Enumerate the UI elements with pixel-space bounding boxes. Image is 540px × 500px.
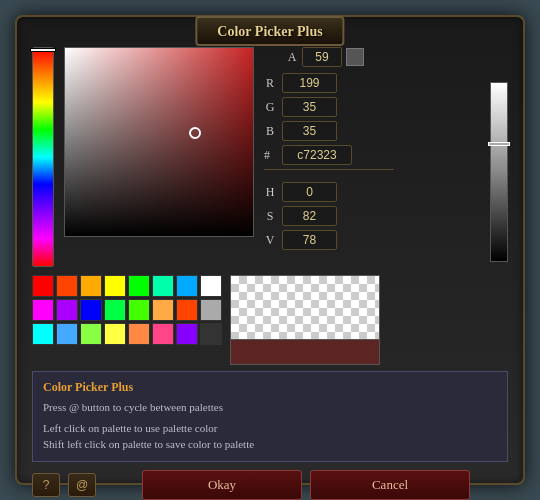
color-square-thumb	[189, 127, 201, 139]
at-button[interactable]: @	[68, 473, 96, 497]
alpha-slider[interactable]	[490, 82, 508, 262]
palette-cell-10[interactable]	[80, 299, 102, 321]
palette-cell-1[interactable]	[56, 275, 78, 297]
h-input[interactable]	[282, 182, 337, 202]
tooltip-line4: Shift left click on palette to save colo…	[43, 436, 497, 453]
g-field-row: G	[264, 97, 394, 117]
title-bar: Color Picker Plus	[195, 16, 344, 46]
s-label: S	[264, 209, 276, 224]
bottom-section	[32, 275, 508, 365]
tooltip-line3: Left click on palette to use palette col…	[43, 420, 497, 437]
hue-slider-container	[32, 47, 54, 267]
palette-cell-9[interactable]	[56, 299, 78, 321]
v-input[interactable]	[282, 230, 337, 250]
g-label: G	[264, 100, 276, 115]
alpha-slider-container	[490, 82, 508, 262]
okay-button[interactable]: Okay	[142, 470, 302, 500]
palette-cell-17[interactable]	[56, 323, 78, 345]
tooltip-box: Color Picker Plus Press @ button to cycl…	[32, 371, 508, 462]
tooltip-line1: Press @ button to cycle between palettes	[43, 399, 497, 416]
palette-cell-16[interactable]	[32, 323, 54, 345]
preview-container	[230, 275, 380, 365]
alpha-slider-thumb	[488, 142, 510, 146]
palette-cell-11[interactable]	[104, 299, 126, 321]
v-label: V	[264, 233, 276, 248]
palette-cell-0[interactable]	[32, 275, 54, 297]
palette-cell-7[interactable]	[200, 275, 222, 297]
palette-grid	[32, 275, 222, 345]
palette-container	[32, 275, 222, 365]
bottom-bar: ? @ Okay Cancel	[32, 470, 508, 500]
window-title: Color Picker Plus	[217, 24, 322, 39]
checker-preview	[230, 275, 380, 340]
alpha-input[interactable]	[302, 47, 342, 67]
h-field-row: H	[264, 182, 394, 202]
hex-row: #	[264, 145, 394, 165]
rgb-fields: R G B	[264, 73, 394, 141]
palette-cell-15[interactable]	[200, 299, 222, 321]
palette-cell-22[interactable]	[176, 323, 198, 345]
r-label: R	[264, 76, 276, 91]
alpha-swatch	[346, 48, 364, 66]
palette-cell-8[interactable]	[32, 299, 54, 321]
color-square[interactable]	[64, 47, 254, 237]
separator-1	[264, 169, 394, 170]
palette-cell-23[interactable]	[200, 323, 222, 345]
tooltip-title: Color Picker Plus	[43, 380, 497, 395]
color-picker-window: Color Picker Plus A	[15, 15, 525, 485]
b-input[interactable]	[282, 121, 337, 141]
v-field-row: V	[264, 230, 394, 250]
palette-cell-2[interactable]	[80, 275, 102, 297]
palette-cell-20[interactable]	[128, 323, 150, 345]
s-field-row: S	[264, 206, 394, 226]
color-preview-bar	[230, 340, 380, 365]
hex-input[interactable]	[282, 145, 352, 165]
hue-slider-thumb	[30, 48, 56, 52]
g-input[interactable]	[282, 97, 337, 117]
palette-cell-6[interactable]	[176, 275, 198, 297]
palette-cell-21[interactable]	[152, 323, 174, 345]
b-label: B	[264, 124, 276, 139]
palette-cell-3[interactable]	[104, 275, 126, 297]
cancel-button[interactable]: Cancel	[310, 470, 470, 500]
b-field-row: B	[264, 121, 394, 141]
palette-cell-13[interactable]	[152, 299, 174, 321]
r-input[interactable]	[282, 73, 337, 93]
palette-cell-4[interactable]	[128, 275, 150, 297]
palette-cell-14[interactable]	[176, 299, 198, 321]
palette-cell-18[interactable]	[80, 323, 102, 345]
hue-slider[interactable]	[32, 47, 54, 267]
alpha-label: A	[286, 50, 298, 65]
question-button[interactable]: ?	[32, 473, 60, 497]
s-input[interactable]	[282, 206, 337, 226]
palette-cell-19[interactable]	[104, 323, 126, 345]
h-label: H	[264, 185, 276, 200]
right-panel: A R G B	[264, 47, 394, 267]
hsv-fields: H S V	[264, 182, 394, 250]
palette-cell-12[interactable]	[128, 299, 150, 321]
r-field-row: R	[264, 73, 394, 93]
alpha-row: A	[286, 47, 394, 67]
main-buttons: Okay Cancel	[104, 470, 508, 500]
palette-cell-5[interactable]	[152, 275, 174, 297]
color-square-container	[64, 47, 254, 237]
hash-label: #	[264, 148, 276, 163]
